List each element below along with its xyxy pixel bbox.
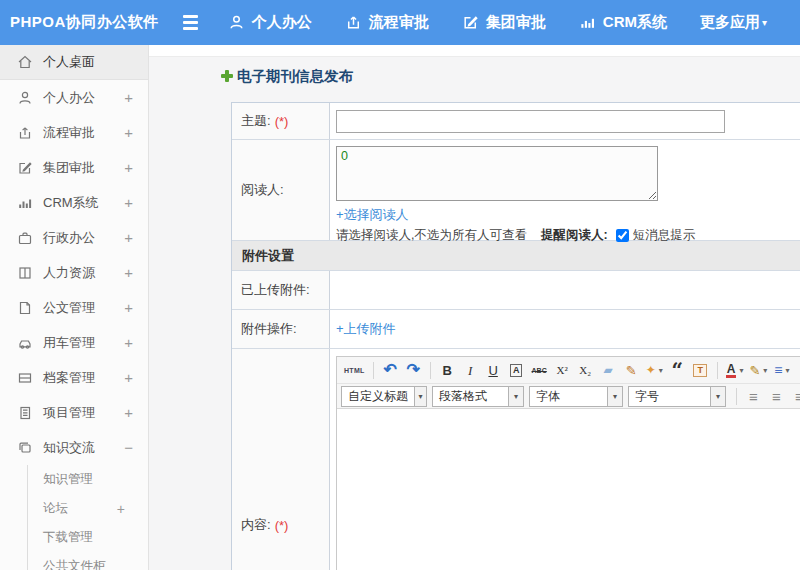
paragraph-select-label: 段落格式 [433,387,508,406]
expand-icon[interactable]: + [124,299,133,316]
nav-item-more-apps[interactable]: 更多应用▾ [700,13,767,32]
superscript-icon[interactable]: X² [552,360,573,381]
collapse-icon[interactable]: − [124,439,133,456]
format-painter-icon[interactable]: ✎ [621,360,642,381]
sidebar-item-label: CRM系统 [43,194,99,212]
sidebar-subtree: 知识管理论坛+下载管理公共文件柜 [27,465,148,570]
caret-down-icon: ▾ [508,387,523,406]
undo-icon[interactable]: ↶ [380,360,401,381]
nav-item-group-approval[interactable]: 集团审批 [462,13,546,32]
expand-icon[interactable]: + [124,89,133,106]
select-readers-link[interactable]: +选择阅读人 [336,207,409,222]
expand-icon[interactable]: + [124,404,133,421]
remove-format-icon[interactable]: ▰ [598,360,619,381]
add-plus-icon [221,70,233,82]
sidebar-item-admin-office[interactable]: 行政办公+ [0,220,148,255]
expand-icon[interactable]: + [124,194,133,211]
char-border-icon[interactable]: A [506,360,527,381]
format-painter-icon: ✎ [626,364,637,377]
underline-icon[interactable]: U [483,360,504,381]
sidebar-item-label: 用车管理 [43,334,95,352]
sms-remind-checkbox[interactable] [616,229,629,242]
sidebar-subitem-knowledge-mgmt[interactable]: 知识管理 [28,465,148,494]
rich-text-editor: HTML↶↷BIUAABCX²X₂▰✎✦“TA✎≡≡ 自定义标题▾段落格式▾字体… [336,356,800,570]
nav-item-label: 集团审批 [486,13,546,32]
sidebar-subitem-download-mgmt[interactable]: 下载管理 [28,523,148,552]
backcolor-icon: ✎ [749,364,760,377]
sidebar-item-project-mgmt[interactable]: 项目管理+ [0,395,148,430]
sidebar-subitem-forum[interactable]: 论坛+ [28,494,148,523]
upload-attachment-link[interactable]: +上传附件 [336,320,396,338]
nav-item-personal-office[interactable]: 个人办公 [228,13,312,32]
blockquote-icon[interactable]: “ [667,360,688,381]
user-icon [17,90,33,106]
remind-readers-label: 提醒阅读人: [541,227,608,244]
attachment-section-header: 附件设置 [232,241,800,271]
sidebar-item-document-mgmt[interactable]: 公文管理+ [0,290,148,325]
expand-icon[interactable]: + [117,501,125,517]
archive-icon [17,370,33,386]
bold-icon[interactable]: B [437,360,458,381]
paste-text-icon[interactable]: T [690,360,711,381]
project-icon [17,405,33,421]
nav-item-label: 个人办公 [252,13,312,32]
expand-icon[interactable]: + [124,229,133,246]
backcolor-icon[interactable]: ✎ [747,360,769,381]
toolbar-separator [736,388,737,405]
subject-input[interactable] [336,110,725,133]
sidebar-item-label: 个人桌面 [43,53,95,71]
readers-textarea[interactable]: 0 [336,146,658,201]
font-size-select[interactable]: 字号▾ [628,386,726,407]
editor-toolbar-row1: HTML↶↷BIUAABCX²X₂▰✎✦“TA✎≡≡ [337,357,800,384]
autotypeset-icon[interactable]: ✦ [644,360,665,381]
sidebar-item-archive-mgmt[interactable]: 档案管理+ [0,360,148,395]
required-mark: (*) [275,518,289,533]
heading-select[interactable]: 自定义标题▾ [341,386,427,407]
sidebar-item-personal-desktop[interactable]: 个人桌面 [0,45,148,80]
ordered-list-icon[interactable]: ≡ [771,360,792,381]
expand-icon[interactable]: + [124,124,133,141]
editor-content-area[interactable] [337,409,800,570]
book-icon [17,265,33,281]
sidebar-item-personal-office[interactable]: 个人办公+ [0,80,148,115]
italic-icon[interactable]: I [460,360,481,381]
uploaded-attachments-label: 已上传附件: [232,271,330,309]
home-icon [17,54,33,70]
sidebar-item-group-approval[interactable]: 集团审批+ [0,150,148,185]
expand-icon[interactable]: + [124,334,133,351]
required-mark: (*) [275,114,289,129]
nav-item-label: CRM系统 [603,13,667,32]
uploaded-attachments-row: 已上传附件: [232,271,800,310]
menu-toggle-icon[interactable] [183,15,198,30]
main-content: 电子期刊信息发布 主题: (*) 阅读人: 0 +选择阅读 [149,45,800,570]
unordered-list-icon[interactable]: ≡ [794,360,800,381]
redo-icon[interactable]: ↷ [403,360,424,381]
expand-icon[interactable]: + [124,159,133,176]
attachment-ops-label: 附件操作: [232,310,330,348]
sidebar-item-knowledge-exchange[interactable]: 知识交流− [0,430,148,465]
subscript-icon[interactable]: X₂ [575,360,596,381]
align-center-icon[interactable]: ≡ [766,386,787,407]
forecolor-icon[interactable]: A [724,360,746,381]
nav-item-workflow-approval[interactable]: 流程审批 [345,13,429,32]
align-left-icon[interactable]: ≡ [743,386,764,407]
sidebar-item-workflow-approval[interactable]: 流程审批+ [0,115,148,150]
content-top-strip [149,45,800,57]
flow-icon [17,125,33,141]
expand-icon[interactable]: + [124,264,133,281]
font-family-select[interactable]: 字体▾ [529,386,623,407]
paragraph-select[interactable]: 段落格式▾ [432,386,524,407]
expand-icon[interactable]: + [124,369,133,386]
strikethrough-icon[interactable]: ABC [529,360,550,381]
source-icon[interactable]: HTML [342,360,367,381]
sidebar-item-label: 项目管理 [43,404,95,422]
align-center-icon: ≡ [772,389,781,404]
sidebar-subitem-public-file-cabinet[interactable]: 公共文件柜 [28,552,148,570]
subject-label: 主题: (*) [232,103,330,139]
sidebar-item-vehicle-mgmt[interactable]: 用车管理+ [0,325,148,360]
sidebar-item-human-resources[interactable]: 人力资源+ [0,255,148,290]
align-right-icon[interactable]: ≡ [789,386,800,407]
sidebar-item-crm-system[interactable]: CRM系统+ [0,185,148,220]
nav-item-crm-system[interactable]: CRM系统 [579,13,667,32]
subscript-icon: X₂ [579,365,591,376]
